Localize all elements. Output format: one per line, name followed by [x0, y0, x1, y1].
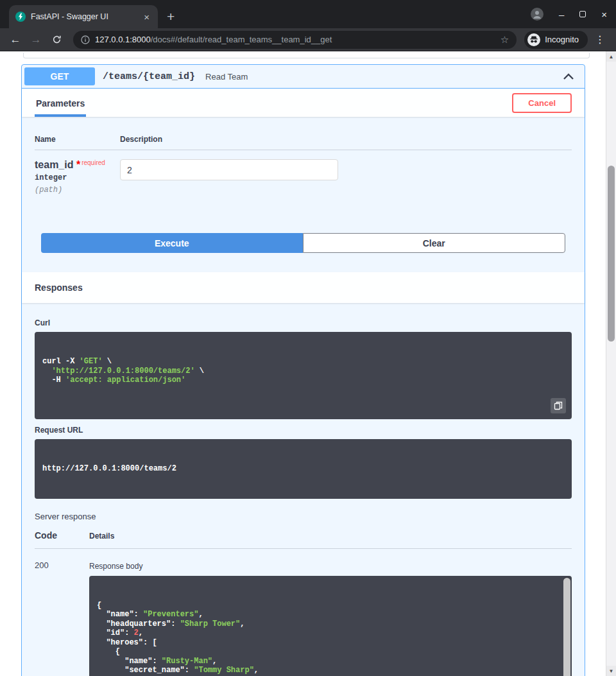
url-text[interactable]: 127.0.0.1:8000/docs#/default/read_team_t… [95, 35, 495, 44]
endpoint-path: /teams/{team_id} [103, 71, 195, 82]
responses-body: Curl curl -X 'GET' \ 'http://127.0.0.1:8… [22, 303, 585, 676]
execute-button[interactable]: Execute [41, 233, 303, 253]
profile-circle-icon[interactable] [531, 8, 543, 21]
response-table-header: Code Details [35, 530, 572, 549]
browser-titlebar: FastAPI - Swagger UI × + – × [0, 0, 616, 28]
info-icon[interactable] [81, 35, 90, 44]
http-method-badge: GET [24, 67, 95, 85]
required-label: required [81, 159, 105, 166]
parameter-value-cell [120, 159, 338, 195]
url-host: 127.0.0.1:8000 [95, 35, 151, 44]
response-row: 200 Response body { "name": "Preventers"… [35, 559, 572, 676]
maximize-button[interactable] [579, 11, 586, 17]
back-icon[interactable]: ← [6, 34, 24, 45]
previous-section-bottom-edge [23, 53, 590, 58]
server-response-label: Server response [35, 512, 572, 521]
scroll-down-icon[interactable]: ▼ [606, 666, 616, 676]
scroll-up-icon[interactable]: ▲ [606, 51, 616, 62]
parameter-type: integer [35, 173, 120, 182]
url-path: /docs#/default/read_team_teams__team_id_… [151, 35, 332, 44]
parameter-name: team_id *required [35, 159, 120, 171]
parameters-section-header: Parameters Cancel [22, 89, 585, 117]
parameter-location: (path) [35, 186, 120, 195]
new-tab-button[interactable]: + [167, 10, 175, 23]
clear-button[interactable]: Clear [303, 233, 566, 253]
cancel-button[interactable]: Cancel [512, 93, 572, 113]
curl-label: Curl [35, 318, 572, 327]
parameters-body: Name Description team_id *required integ… [22, 117, 585, 253]
window-close-button[interactable]: × [601, 10, 607, 19]
tab-title: FastAPI - Swagger UI [31, 12, 137, 21]
minimize-button[interactable]: – [559, 10, 564, 19]
incognito-badge: Incognito [524, 31, 588, 49]
response-body-scrollbar-thumb[interactable] [563, 578, 570, 676]
response-body-label: Response body [89, 562, 572, 571]
name-column-header: Name [35, 135, 120, 144]
responses-title: Responses [35, 282, 83, 293]
bookmark-star-icon[interactable]: ☆ [501, 34, 509, 46]
endpoint-summary: Read Team [205, 72, 563, 82]
page-scrollbar[interactable]: ▲ ▼ [606, 51, 616, 676]
required-asterisk: * [76, 159, 80, 170]
execute-row: Execute Clear [41, 233, 565, 253]
swagger-page: GET /teams/{team_id} Read Team Parameter… [0, 51, 616, 676]
request-url-label: Request URL [35, 426, 572, 435]
parameter-row: team_id *required integer (path) [35, 150, 572, 195]
browser-navbar: ← → 127.0.0.1:8000/docs#/default/read_te… [0, 28, 616, 51]
browser-tab[interactable]: FastAPI - Swagger UI × [9, 5, 158, 28]
page-scrollbar-thumb[interactable] [608, 166, 615, 342]
tab-close-icon[interactable]: × [142, 12, 151, 22]
opblock-get-read-team: GET /teams/{team_id} Read Team Parameter… [21, 64, 585, 676]
fastapi-favicon-icon [15, 12, 26, 22]
request-url-block: http://127.0.0.1:8000/teams/2 [35, 439, 572, 499]
response-body-block: { "name": "Preventers", "headquarters": … [89, 576, 572, 676]
copy-to-clipboard-button[interactable] [551, 398, 566, 413]
incognito-icon [527, 33, 540, 46]
opblock-summary[interactable]: GET /teams/{team_id} Read Team [22, 65, 585, 89]
response-body-json: { "name": "Preventers", "headquarters": … [97, 601, 564, 676]
parameter-meta: team_id *required integer (path) [35, 159, 120, 195]
forward-icon[interactable]: → [27, 34, 45, 45]
tab-parameters[interactable]: Parameters [35, 89, 86, 117]
responses-section-header: Responses [22, 272, 585, 303]
details-column-header: Details [89, 532, 114, 541]
reload-icon[interactable] [47, 35, 65, 44]
incognito-label: Incognito [545, 35, 579, 44]
team-id-input[interactable] [120, 159, 338, 180]
parameters-table-header: Name Description [35, 117, 572, 150]
url-bar[interactable]: 127.0.0.1:8000/docs#/default/read_team_t… [73, 31, 517, 49]
collapse-chevron-icon[interactable] [563, 73, 574, 80]
curl-code-block: curl -X 'GET' \ 'http://127.0.0.1:8000/t… [35, 332, 572, 419]
browser-menu-icon[interactable]: ⋮ [590, 33, 610, 46]
request-url-value: http://127.0.0.1:8000/teams/2 [42, 464, 176, 473]
code-column-header: Code [35, 530, 89, 541]
description-column-header: Description [120, 135, 162, 144]
status-code: 200 [35, 559, 89, 676]
curl-code: curl -X 'GET' \ 'http://127.0.0.1:8000/t… [42, 357, 564, 385]
